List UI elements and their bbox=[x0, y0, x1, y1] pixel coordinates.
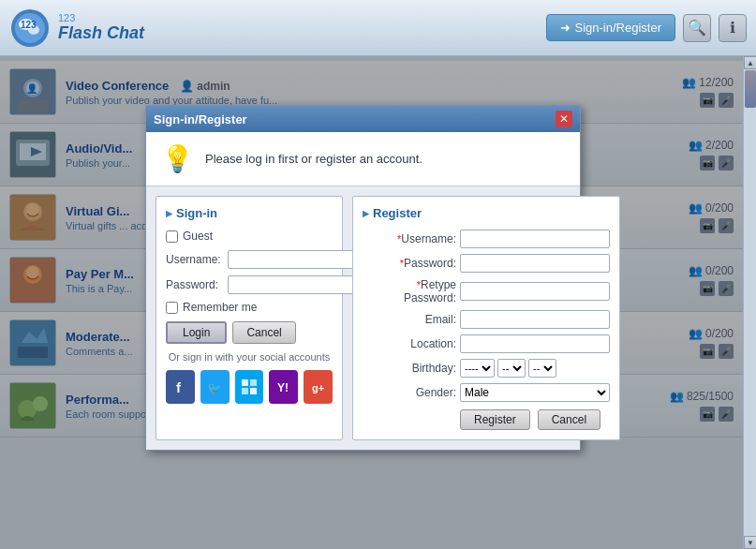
remember-label: Remember me bbox=[183, 301, 257, 314]
reg-birthday-row: Birthday: ---- -- -- bbox=[363, 359, 610, 378]
birthday-day-select[interactable]: -- bbox=[528, 359, 556, 378]
reg-password-input[interactable] bbox=[460, 254, 610, 273]
reg-location-row: Location: bbox=[363, 334, 610, 353]
social-icons: f 🐦 bbox=[166, 370, 333, 404]
dialog-title: Sign-in/Register bbox=[154, 112, 247, 126]
facebook-login-button[interactable]: f bbox=[166, 370, 195, 404]
birthday-selects: ---- -- -- bbox=[460, 359, 556, 378]
reg-password-label: *Password: bbox=[363, 257, 456, 270]
svg-text:🐦: 🐦 bbox=[207, 380, 223, 396]
password-row: Password: bbox=[166, 275, 333, 294]
info-icon: ℹ bbox=[730, 19, 735, 37]
reg-retype-label: *Retype Password: bbox=[363, 278, 456, 304]
signin-register-dialog: Sign-in/Register ✕ 💡 Please log in first… bbox=[145, 105, 581, 451]
signin-password-label: Password: bbox=[166, 278, 224, 291]
dialog-header: 💡 Please log in first or register an acc… bbox=[146, 132, 580, 186]
svg-rect-30 bbox=[250, 379, 257, 386]
register-panel: Register *Username: *Password: *Retype P… bbox=[352, 196, 620, 440]
reg-location-input[interactable] bbox=[460, 334, 610, 353]
svg-text:123: 123 bbox=[21, 20, 37, 30]
remember-row: Remember me bbox=[166, 301, 333, 314]
signin-cancel-button[interactable]: Cancel bbox=[232, 321, 295, 344]
search-icon: 🔍 bbox=[688, 19, 706, 37]
scroll-thumb[interactable] bbox=[745, 70, 756, 108]
guest-row: Guest bbox=[166, 230, 333, 243]
signin-register-label: Sign-in/Register bbox=[575, 21, 662, 35]
reg-password-row: *Password: bbox=[363, 254, 610, 273]
reg-email-row: Email: bbox=[363, 310, 610, 329]
svg-text:Y!: Y! bbox=[277, 381, 289, 394]
logo-flashchat: Flash Chat bbox=[58, 23, 144, 43]
svg-rect-31 bbox=[242, 388, 248, 394]
reg-retype-row: *Retype Password: bbox=[363, 278, 610, 304]
signin-register-button[interactable]: ➜ Sign-in/Register bbox=[546, 14, 676, 41]
login-button[interactable]: Login bbox=[166, 321, 227, 344]
reg-email-label: Email: bbox=[363, 313, 456, 326]
guest-label: Guest bbox=[183, 230, 213, 243]
yahoo-login-button[interactable]: Y! bbox=[269, 370, 298, 404]
twitter-login-button[interactable]: 🐦 bbox=[200, 370, 230, 404]
svg-rect-29 bbox=[242, 379, 248, 386]
header-buttons: ➜ Sign-in/Register 🔍 ℹ bbox=[546, 14, 748, 42]
scrollbar[interactable]: ▲ ▼ bbox=[743, 56, 756, 549]
logo-icon: 123 bbox=[9, 7, 51, 49]
birthday-year-select[interactable]: ---- bbox=[460, 359, 495, 378]
register-button[interactable]: Register bbox=[460, 409, 530, 430]
signin-username-label: Username: bbox=[166, 253, 224, 266]
dialog-header-msg: Please log in first or register an accou… bbox=[205, 152, 422, 166]
dialog-body: Sign-in Guest Username: Password: Rememb… bbox=[146, 186, 580, 450]
google-login-button[interactable]: g+ bbox=[304, 370, 333, 404]
search-button[interactable]: 🔍 bbox=[683, 14, 711, 42]
reg-location-label: Location: bbox=[363, 337, 456, 350]
register-cancel-button[interactable]: Cancel bbox=[538, 409, 600, 430]
reg-username-row: *Username: bbox=[363, 230, 610, 248]
signin-icon: ➜ bbox=[560, 21, 571, 35]
reg-email-input[interactable] bbox=[460, 310, 610, 329]
reg-gender-row: Gender: Male Female bbox=[363, 383, 610, 402]
register-panel-title: Register bbox=[363, 206, 610, 220]
svg-rect-32 bbox=[250, 388, 257, 394]
dialog-titlebar: Sign-in/Register ✕ bbox=[146, 106, 580, 132]
svg-text:g+: g+ bbox=[312, 382, 324, 393]
reg-username-label: *Username: bbox=[363, 232, 456, 245]
scroll-up-button[interactable]: ▲ bbox=[744, 56, 756, 69]
signin-panel-title: Sign-in bbox=[166, 206, 333, 220]
windows-live-login-button[interactable] bbox=[235, 370, 264, 404]
guest-checkbox[interactable] bbox=[166, 230, 178, 243]
scroll-track[interactable] bbox=[744, 69, 756, 536]
logo-area: 123 123 Flash Chat bbox=[9, 7, 144, 49]
birthday-month-select[interactable]: -- bbox=[497, 359, 526, 378]
scroll-down-button[interactable]: ▼ bbox=[744, 536, 756, 549]
reg-birthday-label: Birthday: bbox=[363, 362, 456, 375]
logo-text-area: 123 Flash Chat bbox=[58, 12, 144, 43]
reg-username-input[interactable] bbox=[460, 230, 610, 248]
username-row: Username: bbox=[166, 250, 333, 269]
remember-checkbox[interactable] bbox=[166, 302, 178, 314]
logo-123: 123 bbox=[58, 12, 144, 23]
header: 123 123 Flash Chat ➜ Sign-in/Register 🔍 … bbox=[0, 0, 756, 56]
reg-btn-row: Register Cancel bbox=[363, 409, 610, 430]
social-signin-text: Or sign in with your social accounts bbox=[166, 351, 333, 363]
reg-retype-input[interactable] bbox=[460, 282, 610, 301]
dialog-close-button[interactable]: ✕ bbox=[556, 111, 572, 127]
reg-gender-label: Gender: bbox=[363, 386, 456, 399]
signin-btn-row: Login Cancel bbox=[166, 321, 333, 344]
signin-panel: Sign-in Guest Username: Password: Rememb… bbox=[156, 196, 343, 440]
reg-gender-select[interactable]: Male Female bbox=[460, 383, 610, 402]
lightbulb-icon: 💡 bbox=[161, 143, 194, 174]
info-button[interactable]: ℹ bbox=[719, 14, 747, 42]
